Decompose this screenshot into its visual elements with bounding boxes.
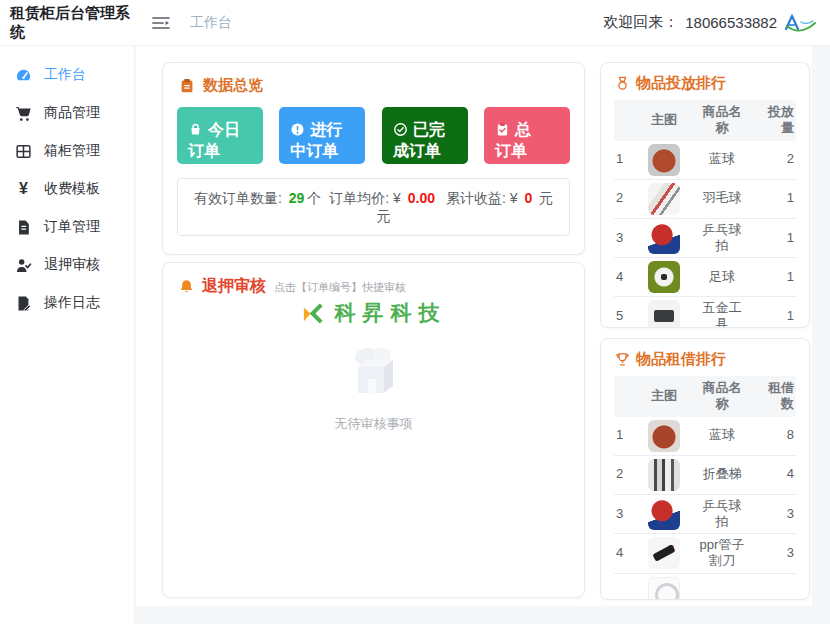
card-title: 数据总览 (203, 76, 263, 95)
table-row: 3 乒乓球拍 1 (614, 219, 796, 259)
column-header-image: 主图 (642, 112, 686, 128)
breadcrumb[interactable]: 工作台 (190, 14, 232, 32)
sidebar-item-label: 箱柜管理 (44, 142, 100, 160)
welcome-label: 欢迎回来： (603, 13, 678, 32)
product-name: ppr管子割刀 (698, 537, 746, 570)
product-count: 1 (758, 190, 794, 206)
sidebar-item-deposit-audit[interactable]: 退押审核 (0, 246, 134, 284)
rank-number: 5 (616, 308, 630, 324)
bell-icon (179, 279, 194, 294)
product-name: 蓝球 (698, 151, 746, 167)
cabinet-icon (15, 143, 32, 160)
clipboard-check-icon (495, 122, 510, 137)
order-stats-bar: 有效订单数量: 29个 订单均价: ¥ 0.00 元 累计收益: ¥ 0 元 (177, 178, 570, 236)
hardware-tool-image (648, 300, 680, 328)
product-name: 乒乓球拍 (698, 498, 746, 531)
sidebar-item-cabinets[interactable]: 箱柜管理 (0, 132, 134, 170)
audit-hint-text: 点击【订单编号】快捷审核 (274, 280, 406, 295)
product-count: 4 (758, 466, 794, 482)
stat-total-revenue: 累计收益: ¥ 0 元 (446, 190, 553, 208)
sidebar-item-label: 收费模板 (44, 180, 100, 198)
basketball-image (648, 144, 680, 176)
product-count: 1 (758, 230, 794, 246)
trophy-icon (615, 352, 630, 367)
product-count: 3 (758, 545, 794, 561)
sidebar-item-operation-log[interactable]: 操作日志 (0, 284, 134, 322)
empty-state: 无待审核事项 (163, 343, 584, 433)
total-revenue-value: 0 (524, 190, 532, 206)
sidebar-item-products[interactable]: 商品管理 (0, 94, 134, 132)
column-header-name: 商品名称 (698, 380, 746, 413)
rank-number: 2 (616, 466, 630, 482)
sidebar-item-label: 操作日志 (44, 294, 100, 312)
steamer-image (648, 577, 680, 601)
data-overview-card: 数据总览 今日 订单 (162, 62, 585, 255)
order-icon (15, 219, 32, 236)
rental-ranking-table: 主图 商品名称 租借数 1 蓝球 8 2 折叠梯 4 3 (614, 376, 796, 600)
main-content: 数据总览 今日 订单 (136, 46, 812, 606)
order-buttons-row: 今日 订单 进行 中订单 (163, 104, 584, 164)
today-orders-button[interactable]: 今日 订单 (177, 107, 263, 164)
data-overview-header: 数据总览 (163, 63, 584, 104)
app-title: 租赁柜后台管理系统 (0, 4, 140, 42)
valid-orders-value: 29 (289, 190, 305, 206)
account-phone: 18066533882 (685, 14, 777, 31)
warning-icon (290, 122, 305, 137)
basketball-image (648, 420, 680, 452)
ladder-image (648, 459, 680, 491)
dashboard-icon (15, 67, 32, 84)
table-row: 3 乒乓球拍 3 (614, 495, 796, 535)
total-orders-button[interactable]: 总 订单 (484, 107, 570, 164)
table-row: 1 蓝球 8 (614, 417, 796, 456)
company-watermark: 科昇科技 (163, 299, 584, 327)
pipe-cutter-image (648, 537, 680, 569)
table-header-row: 主图 商品名称 租借数 (614, 376, 796, 417)
panel-title: 物品租借排行 (636, 350, 726, 369)
cart-icon (15, 105, 32, 122)
table-row: 5 五金工具 1 (614, 297, 796, 328)
deposit-audit-header: 退押审核 点击【订单编号】快捷审核 (163, 263, 584, 297)
rank-number: 1 (616, 427, 630, 443)
table-row: 1 蓝球 2 (614, 141, 796, 180)
sidebar-nav: 工作台 商品管理 箱柜管理 ¥ 收费模板 (0, 46, 135, 624)
sidebar-item-orders[interactable]: 订单管理 (0, 208, 134, 246)
in-progress-orders-button[interactable]: 进行 中订单 (279, 107, 365, 164)
rental-ranking-header: 物品租借排行 (601, 339, 809, 376)
deposit-audit-card: 退押审核 点击【订单编号】快捷审核 科昇科技 (162, 262, 585, 598)
sidebar-toggle-button[interactable] (152, 15, 170, 31)
completed-orders-button[interactable]: 已完 成订单 (382, 107, 468, 164)
paddle-image (648, 222, 680, 254)
top-header: 租赁柜后台管理系统 工作台 欢迎回来： 18066533882 (0, 0, 830, 46)
product-count: 1 (758, 269, 794, 285)
clipboard-icon (179, 78, 195, 94)
watermark-text: 科昇科技 (335, 299, 447, 327)
product-name: 蓝球 (698, 427, 746, 443)
placement-ranking-table: 主图 商品名称 投放量 1 蓝球 2 2 羽毛球 1 3 (614, 100, 796, 328)
rental-ranking-panel: 物品租借排行 主图 商品名称 租借数 1 蓝球 8 2 (600, 338, 810, 600)
table-row: 4 足球 1 (614, 258, 796, 297)
sidebar-item-workbench[interactable]: 工作台 (0, 56, 134, 94)
sidebar-item-label: 工作台 (44, 66, 86, 84)
audit-icon (15, 257, 32, 274)
product-name: 折叠梯 (698, 466, 746, 482)
panel-title: 物品投放排行 (636, 74, 726, 93)
table-row (614, 574, 796, 601)
sidebar-item-label: 商品管理 (44, 104, 100, 122)
column-header-count: 投放量 (758, 104, 794, 137)
rank-number: 1 (616, 151, 630, 167)
empty-state-text: 无待审核事项 (163, 415, 584, 433)
log-icon (15, 295, 32, 312)
yuan-icon: ¥ (15, 181, 32, 198)
stat-valid-orders: 有效订单数量: 29个 (194, 190, 321, 208)
sidebar-item-fee-templates[interactable]: ¥ 收费模板 (0, 170, 134, 208)
product-count: 8 (758, 427, 794, 443)
sidebar-item-label: 退押审核 (44, 256, 100, 274)
account-area: 欢迎回来： 18066533882 (603, 13, 830, 33)
placement-ranking-header: 物品投放排行 (601, 63, 809, 100)
placement-ranking-panel: 物品投放排行 主图 商品名称 投放量 1 蓝球 2 2 (600, 62, 810, 328)
sidebar-item-label: 订单管理 (44, 218, 100, 236)
watermark-logo-icon (301, 301, 326, 326)
badminton-image (648, 183, 680, 215)
column-header-name: 商品名称 (698, 104, 746, 137)
app-window: 租赁柜后台管理系统 工作台 欢迎回来： 18066533882 (0, 0, 830, 624)
